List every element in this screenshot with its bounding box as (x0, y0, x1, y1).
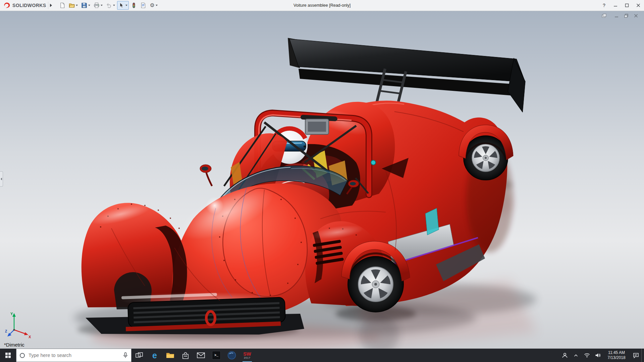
minimize-icon (613, 3, 618, 7)
document-cascade-button[interactable] (601, 13, 607, 19)
file-properties-button[interactable] (139, 1, 148, 10)
people-button[interactable] (559, 349, 570, 362)
quick-access-toolbar: ⚙ (58, 1, 159, 10)
start-button[interactable] (0, 349, 16, 362)
print-icon (94, 2, 100, 8)
file-explorer-taskbar-button[interactable] (162, 349, 178, 362)
ds-logo-icon (3, 2, 11, 9)
rebuild-traffic-light-icon (131, 2, 137, 8)
action-center-button[interactable] (630, 349, 641, 362)
maximize-icon (625, 3, 629, 7)
clock-date: 7/13/2018 (603, 355, 630, 360)
solidworks-app-icon: SW 2017 (243, 352, 251, 359)
open-button[interactable] (67, 1, 79, 10)
document-restore-button[interactable] (623, 13, 630, 19)
chevron-up-icon (574, 354, 578, 357)
blue-sphere-app-button[interactable] (224, 349, 239, 362)
mail-icon (197, 352, 205, 358)
featuremanager-collapse-tab[interactable] (0, 171, 3, 187)
file-properties-icon (140, 2, 146, 8)
document-close-button[interactable] (633, 13, 639, 19)
store-taskbar-button[interactable] (178, 349, 193, 362)
undo-button[interactable] (105, 1, 116, 10)
graphics-area: Y X Z *Dimetric (0, 11, 644, 349)
close-icon (636, 3, 640, 7)
close-button[interactable] (633, 0, 644, 11)
edge-icon: e (152, 351, 157, 360)
console-icon: >_ (212, 351, 221, 360)
triad-z-label: Z (5, 329, 7, 333)
maximize-button[interactable] (621, 0, 633, 11)
gear-icon: ⚙ (150, 3, 154, 8)
doc-minimize-icon (614, 14, 619, 18)
cascade-icon (602, 14, 606, 18)
collapse-arrow-icon (1, 178, 2, 180)
save-button[interactable] (80, 1, 92, 10)
mail-taskbar-button[interactable] (193, 349, 209, 362)
microphone-icon[interactable] (123, 352, 128, 358)
file-explorer-icon (166, 352, 174, 359)
search-input[interactable] (28, 352, 120, 358)
undo-dropdown-caret[interactable] (113, 5, 115, 6)
volume-button[interactable] (592, 349, 603, 362)
window-title: Voiture assemblee [Read-only] (293, 3, 351, 8)
undo-icon (106, 2, 112, 8)
save-dropdown-caret[interactable] (88, 5, 90, 6)
speaker-icon (595, 353, 601, 358)
document-minimize-button[interactable] (613, 13, 620, 19)
select-dropdown-caret[interactable] (125, 5, 127, 6)
system-tray: 11:45 AM 7/13/2018 (559, 349, 644, 362)
view-orientation-label: *Dimetric (4, 342, 24, 348)
triad-x-label: X (29, 335, 31, 339)
document-window-controls (601, 13, 639, 19)
rebuild-button[interactable] (129, 1, 138, 10)
title-bar: SOLIDWORKS (0, 0, 644, 11)
solidworks-logo: SOLIDWORKS (0, 2, 48, 9)
taskbar-search[interactable] (16, 349, 131, 362)
hidden-icons-button[interactable] (570, 349, 581, 362)
store-bag-icon (182, 352, 189, 359)
doc-close-icon (634, 14, 638, 18)
task-view-button[interactable] (131, 349, 147, 362)
edge-taskbar-button[interactable]: e (147, 349, 162, 362)
people-icon (562, 352, 568, 358)
action-center-icon (633, 353, 639, 358)
save-icon (81, 2, 87, 8)
flyout-arrow-icon (50, 4, 52, 7)
options-button[interactable]: ⚙ (148, 1, 159, 10)
taskbar-clock[interactable]: 11:45 AM 7/13/2018 (603, 350, 630, 360)
print-button[interactable] (92, 1, 104, 10)
console-taskbar-button[interactable]: >_ (209, 349, 224, 362)
blue-sphere-app-icon (227, 351, 236, 360)
3d-viewport-canvas[interactable] (0, 11, 644, 349)
select-cursor-icon (118, 2, 124, 8)
select-button[interactable] (117, 1, 129, 10)
solidworks-taskbar-button[interactable]: SW 2017 (239, 349, 255, 362)
brand-wordmark: SOLIDWORKS (12, 3, 46, 8)
network-button[interactable] (581, 349, 592, 362)
print-dropdown-caret[interactable] (101, 5, 103, 6)
options-dropdown-caret[interactable] (156, 5, 158, 6)
triad-y-label: Y (10, 312, 13, 316)
task-view-icon (136, 352, 143, 358)
solidworks-window: SOLIDWORKS (0, 0, 644, 362)
minimize-button[interactable] (610, 0, 621, 11)
open-dropdown-caret[interactable] (76, 5, 78, 6)
cortana-icon (20, 353, 25, 358)
orientation-triad: Y X Z (5, 310, 33, 340)
doc-restore-icon (624, 14, 628, 18)
window-controls: ? (598, 0, 644, 11)
clock-time: 11:45 AM (603, 350, 630, 355)
show-desktop-button[interactable] (641, 349, 644, 362)
windows-logo-icon (5, 353, 11, 358)
new-document-icon (59, 2, 65, 8)
menu-flyout-button[interactable] (48, 2, 53, 9)
help-button[interactable]: ? (598, 0, 610, 11)
new-document-button[interactable] (58, 1, 67, 10)
network-wifi-icon (584, 353, 590, 358)
open-folder-icon (69, 2, 75, 8)
windows-taskbar: e >_ (0, 349, 644, 362)
